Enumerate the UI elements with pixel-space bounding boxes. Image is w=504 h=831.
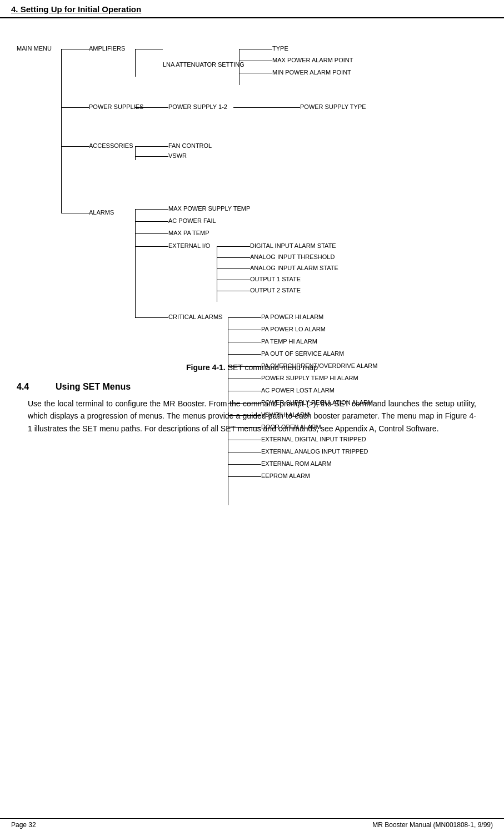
node-type: TYPE [272,45,288,52]
node-power-supplies: POWER SUPPLIES [89,103,143,110]
menu-map-diagram: MAIN MENU AMPLIFIERS POWER SUPPLIES ACCE… [17,29,495,357]
node-pa-power-lo: PA POWER LO ALARM [261,326,326,332]
node-max-pa-temp: MAX PA TEMP [168,230,209,236]
section-body: Use the local terminal to configure the … [17,397,487,446]
node-ps-type: POWER SUPPLY TYPE [300,103,366,110]
node-ac-power-lost: AC POWER LOST ALARM [261,387,335,394]
node-external-io: EXTERNAL I/O [168,242,210,249]
node-eeprom: EEPROM ALARM [261,472,310,479]
node-alarms: ALARMS [89,209,114,216]
node-ac-power-fail: AC POWER FAIL [168,217,216,224]
section-title: Using SET Menus [56,382,131,392]
figure-caption: Figure 4-1. SET command menu map [17,363,487,372]
node-door-open: DOOR OPEN ALARM [261,424,321,430]
node-max-power-alarm: MAX POWER ALARM POINT [272,57,353,63]
node-pa-out-of-service: PA OUT OF SERVICE ALARM [261,350,344,357]
node-output2: OUTPUT 2 STATE [250,287,301,293]
node-max-ps-temp: MAX POWER SUPPLY TEMP [168,205,250,212]
node-ext-rom: EXTERNAL ROM ALARM [261,460,332,467]
node-amplifiers: AMPLIFIERS [89,45,125,52]
node-lna: LNA ATTENUATOR SETTING [163,61,244,68]
page-footer: Page 32 MR Booster Manual (MN001808-1, 9… [0,818,504,831]
node-output1: OUTPUT 1 STATE [250,276,301,282]
node-min-power-alarm: MIN POWER ALARM POINT [272,69,351,76]
node-vswr: VSWR [168,152,187,159]
node-critical-alarms: CRITICAL ALARMS [168,314,222,320]
node-pa-overcurrent: PA OVERCURRENT/OVERDRIVE ALARM [261,362,377,369]
node-pa-power-hi: PA POWER HI ALARM [261,314,323,320]
page-title: 4. Setting Up for Initial Operation [11,4,141,14]
node-accessories: ACCESSORIES [89,142,133,149]
node-digital-alarm: DIGITAL INPUT ALARM STATE [250,242,336,249]
section-number: 4.4 [17,382,39,392]
footer-page-number: Page 32 [11,821,36,829]
footer-manual-name: MR Booster Manual (MN001808-1, 9/99) [372,821,493,829]
node-analog-alarm: ANALOG INPUT ALARM STATE [250,265,338,271]
node-ps-temp-hi: POWER SUPPLY TEMP HI ALARM [261,375,358,381]
node-fan-control: FAN CONTROL [168,142,212,149]
figure-label: Figure 4-1. [186,363,226,372]
main-content: MAIN MENU AMPLIFIERS POWER SUPPLIES ACCE… [0,18,504,451]
node-vswr-hi: VSWR HI ALARM [261,411,310,418]
node-main-menu: MAIN MENU [17,45,52,52]
node-ext-digital: EXTERNAL DIGITAL INPUT TRIPPED [261,436,366,442]
node-ps12: POWER SUPPLY 1-2 [168,103,227,110]
node-ps-regulation: POWER SUPPLY REGULATION ALARM [261,399,373,406]
page-header: 4. Setting Up for Initial Operation [0,0,504,18]
node-analog-threshold: ANALOG INPUT THRESHOLD [250,253,335,260]
node-pa-temp-hi: PA TEMP HI ALARM [261,338,317,345]
node-ext-analog: EXTERNAL ANALOG INPUT TRIPPED [261,448,368,455]
